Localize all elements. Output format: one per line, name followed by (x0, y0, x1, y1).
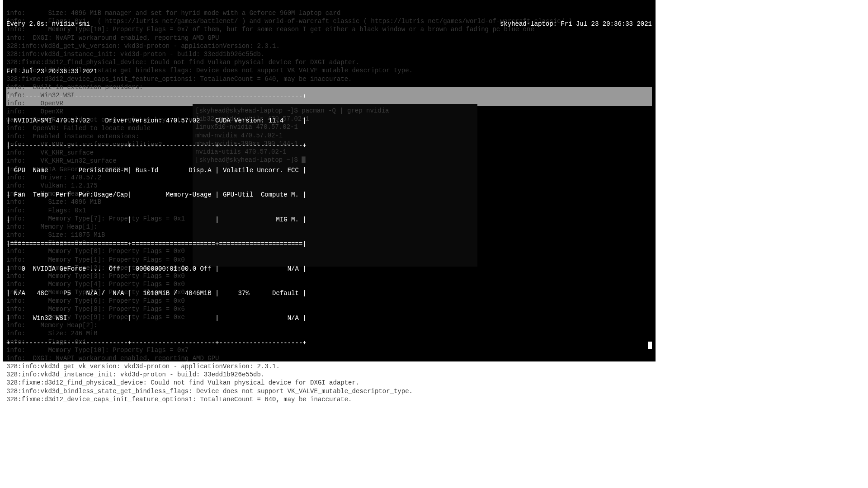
watch-interval: Every 2.0s: nvidia-smi (6, 20, 90, 28)
smi-gpu-row: | Win32 WSI | | N/A | (6, 314, 652, 322)
smi-sep: |===============================+=======… (6, 240, 652, 248)
smi-proc-cols: | ID ID Usage | (6, 462, 652, 470)
smi-sep: +-------------------------------+-------… (6, 339, 652, 347)
smi-gpu-row: | N/A 48C P5 N/A / N/A | 1010MiB / 4046M… (6, 289, 652, 297)
smi-header: | | | MIG M. | (6, 216, 652, 224)
smi-sep: +---------------------------------------… (6, 388, 652, 396)
cursor (648, 342, 652, 349)
smi-header: | Fan Temp Perf Pwr:Usage/Cap| Memory-Us… (6, 191, 652, 199)
smi-timestamp: Fri Jul 23 20:36:33 2021 (6, 67, 652, 75)
terminal-window[interactable]: info: Size: 4096 MiB manager and set for… (3, 0, 656, 361)
watch-host-time: skyhead-laptop: Fri Jul 23 20:36:33 2021 (500, 20, 652, 28)
smi-header: | GPU Name Persistence-M| Bus-Id Disp.A … (6, 166, 652, 174)
smi-proc-header: | Processes: | (6, 413, 652, 421)
watch-header: Every 2.0s: nvidia-smi skyhead-laptop: F… (6, 20, 652, 28)
smi-proc-cols: | GPU GI CI PID Type Process name GPU Me… (6, 437, 652, 446)
smi-gpu-row: | 0 NVIDIA GeForce ... Off | 00000000:01… (6, 265, 652, 273)
smi-blank (6, 363, 652, 371)
smi-sep: +---------------------------------------… (6, 92, 652, 100)
watch-output: Every 2.0s: nvidia-smi skyhead-laptop: F… (6, 4, 652, 488)
nvidia-smi-output: Fri Jul 23 20:36:33 2021 +--------------… (6, 51, 652, 488)
smi-version: | NVIDIA-SMI 470.57.02 Driver Version: 4… (6, 117, 652, 125)
smi-sep: |-------------------------------+-------… (6, 141, 652, 150)
